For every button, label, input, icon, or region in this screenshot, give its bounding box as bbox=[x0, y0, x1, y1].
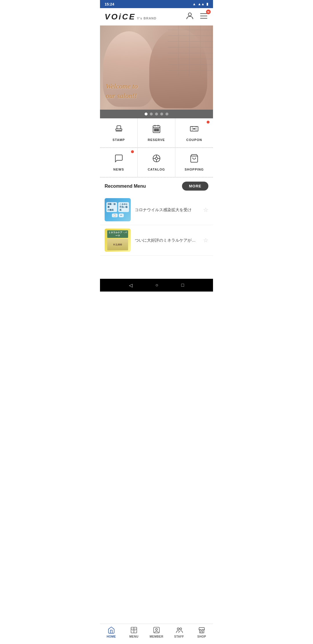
header: VOiCE Y's BRAND N bbox=[100, 8, 213, 26]
dot-2[interactable] bbox=[150, 113, 153, 115]
coupon-button[interactable]: COUPON bbox=[175, 118, 213, 148]
recents-button[interactable]: □ bbox=[181, 283, 184, 288]
dot-5[interactable] bbox=[165, 113, 168, 115]
svg-point-23 bbox=[155, 157, 158, 160]
wifi-icon: ▲ bbox=[192, 2, 196, 6]
coupon-notification-dot bbox=[207, 121, 210, 124]
menu-button[interactable]: N bbox=[199, 11, 208, 22]
shopping-button[interactable]: SHOPPING bbox=[175, 148, 213, 177]
back-button[interactable]: ◁ bbox=[129, 283, 132, 288]
news-icon bbox=[114, 154, 123, 165]
reserve-icon bbox=[152, 124, 161, 136]
news-list: 消毒・除菌の徹底 こまめな手洗い徹底 📋 ✏ コロナウイルス感染拡大を受け ☆ … bbox=[100, 195, 213, 256]
header-icons: N bbox=[185, 11, 208, 22]
notification-badge: N bbox=[206, 10, 211, 14]
news-text-2: ついに大好評のミネラルケアが… bbox=[135, 237, 199, 243]
status-icons: ▲ ▲▲ ▮ bbox=[192, 2, 208, 6]
dot-1[interactable] bbox=[145, 113, 148, 115]
home-hw-button[interactable]: ○ bbox=[155, 283, 158, 288]
dot-4[interactable] bbox=[160, 113, 163, 115]
logo-sub: Y's BRAND bbox=[137, 17, 156, 20]
svg-rect-12 bbox=[156, 129, 157, 130]
hero-text-overlay: Welcome to our salon!! bbox=[106, 82, 138, 101]
news-star-2[interactable]: ☆ bbox=[203, 237, 208, 244]
time: 15:24 bbox=[105, 2, 114, 6]
news-content-1: コロナウイルス感染拡大を受け bbox=[135, 207, 199, 213]
person-icon bbox=[185, 11, 194, 21]
svg-rect-17 bbox=[190, 126, 198, 131]
svg-rect-13 bbox=[158, 129, 159, 130]
signal-icon: ▲▲ bbox=[198, 2, 205, 6]
stamp-button[interactable]: STAMP bbox=[100, 118, 138, 148]
news-text-1: コロナウイルス感染拡大を受け bbox=[135, 207, 199, 213]
coupon-icon bbox=[190, 124, 199, 136]
stamp-icon bbox=[114, 124, 123, 136]
reserve-button[interactable]: RESERVE bbox=[138, 118, 175, 148]
catalog-icon bbox=[152, 154, 161, 165]
logo-main: VOiCE bbox=[105, 12, 136, 21]
news-label: NEWS bbox=[113, 168, 124, 171]
logo: VOiCE Y's BRAND bbox=[105, 12, 156, 21]
welcome-text: Welcome to our salon!! bbox=[106, 82, 138, 101]
dot-3[interactable] bbox=[155, 113, 158, 115]
stamp-label: STAMP bbox=[112, 138, 125, 142]
more-button[interactable]: MORE bbox=[182, 182, 208, 191]
catalog-button[interactable]: CATALOG bbox=[138, 148, 175, 177]
svg-point-0 bbox=[188, 13, 192, 16]
grid-menu-row2: NEWS CATALOG SHOPPING bbox=[100, 148, 213, 178]
svg-rect-5 bbox=[117, 126, 121, 129]
news-notification-dot bbox=[131, 150, 134, 153]
svg-rect-16 bbox=[158, 130, 159, 131]
news-thumb-1: 消毒・除菌の徹底 こまめな手洗い徹底 📋 ✏ bbox=[105, 198, 131, 221]
catalog-label: CATALOG bbox=[148, 168, 165, 171]
android-nav-bar: ◁ ○ □ bbox=[100, 279, 213, 292]
svg-rect-14 bbox=[154, 130, 155, 131]
reserve-label: RESERVE bbox=[148, 138, 165, 142]
news-button[interactable]: NEWS bbox=[100, 148, 138, 177]
recommend-title: Recommend Menu bbox=[105, 184, 146, 189]
shopping-label: SHOPPING bbox=[185, 168, 204, 171]
news-item[interactable]: ミネラルケア・パーマ ¥ 2,000 ついに大好評のミネラルケアが… ☆ bbox=[100, 225, 213, 256]
news-thumb-2: ミネラルケア・パーマ ¥ 2,000 bbox=[105, 229, 131, 252]
battery-icon: ▮ bbox=[206, 2, 208, 6]
coupon-label: COUPON bbox=[186, 138, 202, 142]
news-star-1[interactable]: ☆ bbox=[203, 206, 208, 213]
profile-button[interactable] bbox=[185, 11, 194, 22]
hero-banner: Welcome to our salon!! bbox=[100, 26, 213, 110]
grid-menu-row1: STAMP RESERVE bbox=[100, 118, 213, 148]
news-content-2: ついに大好評のミネラルケアが… bbox=[135, 237, 199, 243]
status-bar: 15:24 ▲ ▲▲ ▮ bbox=[100, 0, 213, 8]
shopping-icon bbox=[190, 154, 199, 165]
recommend-header: Recommend Menu MORE bbox=[100, 178, 213, 195]
carousel-dots bbox=[100, 110, 213, 118]
news-item[interactable]: 消毒・除菌の徹底 こまめな手洗い徹底 📋 ✏ コロナウイルス感染拡大を受け ☆ bbox=[100, 195, 213, 225]
svg-rect-15 bbox=[156, 130, 157, 131]
svg-rect-11 bbox=[154, 129, 155, 130]
